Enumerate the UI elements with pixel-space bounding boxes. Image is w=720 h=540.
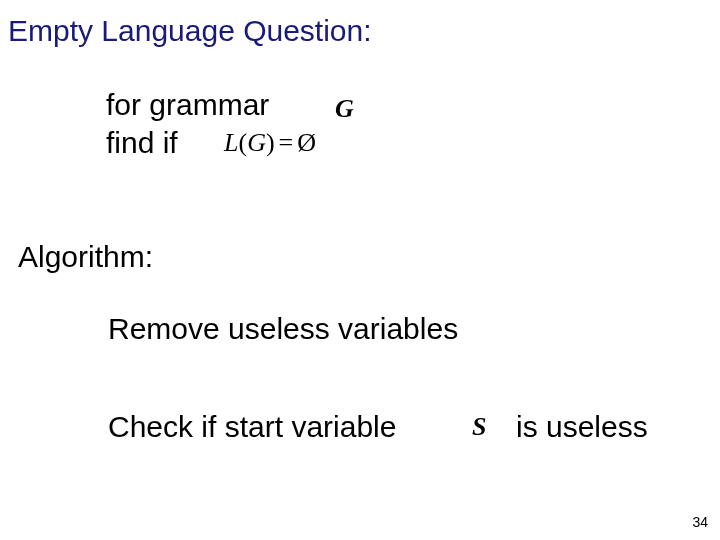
formula-L: L	[224, 128, 238, 157]
step-remove-useless: Remove useless variables	[108, 312, 458, 346]
step-check-start-b: is useless	[516, 410, 648, 444]
formula-paren-close: )	[266, 128, 275, 157]
formula-emptyset: Ø	[297, 128, 316, 157]
page-number: 34	[692, 514, 708, 530]
slide-title: Empty Language Question:	[8, 14, 372, 48]
text-for-grammar: for grammar	[106, 88, 269, 122]
symbol-S: S	[472, 412, 486, 442]
slide: Empty Language Question: for grammar fin…	[0, 0, 720, 540]
text-find-if: find if	[106, 126, 178, 160]
formula-paren-open: (	[238, 128, 247, 157]
symbol-G: G	[335, 94, 354, 124]
formula-eq: =	[275, 128, 298, 157]
step-check-start-a: Check if start variable	[108, 410, 396, 444]
algorithm-label: Algorithm:	[18, 240, 153, 274]
formula-G: G	[247, 128, 266, 157]
formula-LG-equals-empty: L(G)=Ø	[224, 128, 316, 158]
